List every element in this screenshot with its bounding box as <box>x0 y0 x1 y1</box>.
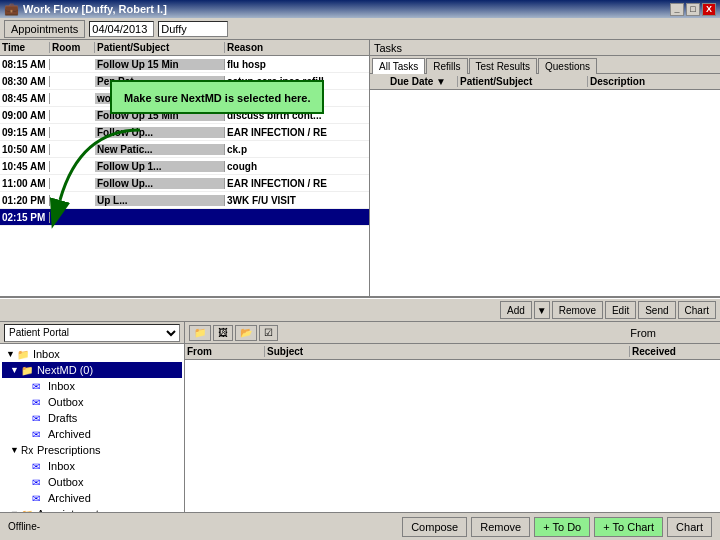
envelope-icon: ✉ <box>32 413 46 424</box>
messages-content <box>185 360 720 534</box>
envelope-icon: ✉ <box>32 493 46 504</box>
tasks-header: Tasks <box>370 40 720 56</box>
tree-item-inbox-root[interactable]: ▼ 📁 Inbox <box>2 346 182 362</box>
envelope-icon: ✉ <box>32 477 46 488</box>
remove-button[interactable]: Remove <box>552 301 603 319</box>
status-bar: Offline- Compose Remove + To Do + To Cha… <box>0 512 720 540</box>
name-input[interactable] <box>158 21 228 37</box>
tasks-table-header: Due Date ▼ Patient/Subject Description <box>370 74 720 90</box>
folder-icon: 📁 <box>21 365 35 376</box>
main-area: Time Room Patient/Subject Reason 08:15 A… <box>0 40 720 298</box>
status-buttons: Compose Remove + To Do + To Chart Chart <box>402 517 712 537</box>
appointments-button[interactable]: Appointments <box>4 20 85 38</box>
col-time-header: Time <box>0 42 50 53</box>
expand-icon: ▼ <box>10 445 19 455</box>
callout-text: Make sure NextMD is selected here. <box>124 92 310 104</box>
portal-tree: ▼ 📁 Inbox ▼ 📁 NextMD (0) ✉ Inbox ✉ Outbo… <box>0 344 184 534</box>
tasks-content <box>370 90 720 296</box>
folder-icon: 📁 <box>17 349 31 360</box>
messages-table-header: From Subject Received <box>185 344 720 360</box>
col-room-header: Room <box>50 42 95 53</box>
close-button[interactable]: X <box>702 3 716 16</box>
tab-test-results[interactable]: Test Results <box>469 58 537 74</box>
checkbox-btn[interactable]: ☑ <box>259 325 278 341</box>
tree-item-messages-inbox[interactable]: ✉ Inbox <box>2 378 182 394</box>
envelope-icon: ✉ <box>32 429 46 440</box>
tab-all-tasks[interactable]: All Tasks <box>372 58 425 74</box>
tree-item-rx-archived[interactable]: ✉ Archived <box>2 490 182 506</box>
envelope-icon: ✉ <box>32 381 46 392</box>
expand-icon: ▼ <box>6 349 15 359</box>
portal-select[interactable]: Patient Portal <box>4 324 180 342</box>
maximize-button[interactable]: □ <box>686 3 700 16</box>
chart-bottom-button[interactable]: Chart <box>667 517 712 537</box>
tree-item-rx-inbox[interactable]: ✉ Inbox <box>2 458 182 474</box>
tree-item-prescriptions[interactable]: ▼ Rx Prescriptions <box>2 442 182 458</box>
title-bar: 💼 Work Flow [Duffy, Robert I.] _ □ X <box>0 0 720 18</box>
tree-item-messages-archived[interactable]: ✉ Archived <box>2 426 182 442</box>
tasks-label: Tasks <box>374 42 402 54</box>
task-action-buttons: Add ▼ Remove Edit Send Chart <box>500 301 716 319</box>
portal-header: Patient Portal <box>0 322 184 344</box>
callout-box: Make sure NextMD is selected here. <box>110 80 324 114</box>
envelope-icon: ✉ <box>32 461 46 472</box>
appointments-table-header: Time Room Patient/Subject Reason <box>0 40 369 56</box>
from-label: From <box>630 327 656 339</box>
messages-toolbar: 📁 🖼 📂 ☑ From <box>185 322 720 344</box>
subject-col-header: Subject <box>265 346 630 357</box>
envelope-icon: ✉ <box>32 397 46 408</box>
date-input[interactable] <box>89 21 154 37</box>
tree-item-rx-outbox[interactable]: ✉ Outbox <box>2 474 182 490</box>
portal-panel: Patient Portal ▼ 📁 Inbox ▼ 📁 NextMD (0) … <box>0 322 185 534</box>
tochart-button[interactable]: + To Chart <box>594 517 663 537</box>
add-button[interactable]: Add <box>500 301 532 319</box>
top-toolbar: Appointments <box>0 18 720 40</box>
col-reason-header: Reason <box>225 42 355 53</box>
folder-btn[interactable]: 📂 <box>235 325 257 341</box>
minimize-button[interactable]: _ <box>670 3 684 16</box>
add-photo-button[interactable]: 🖼 <box>213 325 233 341</box>
tree-item-messages-outbox[interactable]: ✉ Outbox <box>2 394 182 410</box>
chart-button-top[interactable]: Chart <box>678 301 716 319</box>
window-controls: _ □ X <box>670 3 716 16</box>
rx-icon: Rx <box>21 445 35 456</box>
from-col-header: From <box>185 346 265 357</box>
tasks-panel: Tasks All Tasks Refills Test Results Que… <box>370 40 720 296</box>
expand-icon: ▼ <box>10 365 19 375</box>
task-action-bar: Add ▼ Remove Edit Send Chart <box>0 298 720 322</box>
tasks-tabs: All Tasks Refills Test Results Questions <box>370 56 720 74</box>
tab-questions[interactable]: Questions <box>538 58 597 74</box>
compose-button[interactable]: Compose <box>402 517 467 537</box>
tab-refills[interactable]: Refills <box>426 58 467 74</box>
add-file-button[interactable]: 📁 <box>189 325 211 341</box>
callout-overlay: Make sure NextMD is selected here. <box>50 80 264 114</box>
edit-button[interactable]: Edit <box>605 301 636 319</box>
appt-row[interactable]: 08:15 AM Follow Up 15 Min flu hosp <box>0 56 369 73</box>
callout-arrow <box>50 120 170 250</box>
tree-item-nextmd[interactable]: ▼ 📁 NextMD (0) <box>2 362 182 378</box>
add-dropdown[interactable]: ▼ <box>534 301 550 319</box>
received-col-header: Received <box>630 346 720 357</box>
bottom-area: Patient Portal ▼ 📁 Inbox ▼ 📁 NextMD (0) … <box>0 322 720 534</box>
messages-panel: 📁 🖼 📂 ☑ From From Subject Received <box>185 322 720 534</box>
remove-bottom-button[interactable]: Remove <box>471 517 530 537</box>
todo-button[interactable]: + To Do <box>534 517 590 537</box>
tree-item-messages-drafts[interactable]: ✉ Drafts <box>2 410 182 426</box>
title-text: Work Flow [Duffy, Robert I.] <box>23 3 167 15</box>
status-text: Offline- <box>8 521 40 532</box>
send-button[interactable]: Send <box>638 301 675 319</box>
col-patient-header: Patient/Subject <box>95 42 225 53</box>
